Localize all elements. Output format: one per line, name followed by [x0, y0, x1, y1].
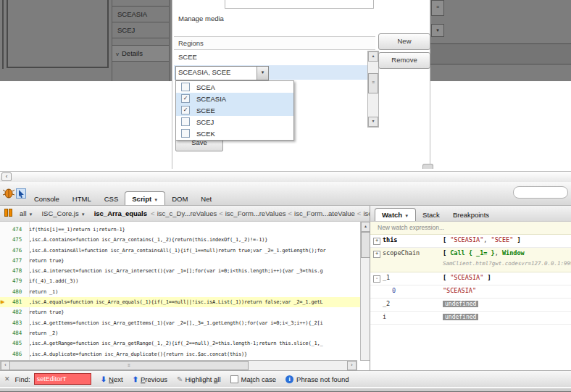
regions-option[interactable]: SCEJ: [176, 116, 293, 128]
firebug-search-input[interactable]: [513, 186, 568, 199]
code-line: 479if(_4)_1.add(_3)): [0, 276, 360, 286]
details-label: Details: [122, 49, 143, 57]
watch-value: [ "SCEASIA", "SCEE" ]: [443, 236, 521, 243]
line-number[interactable]: 475: [0, 235, 29, 245]
line-number[interactable]: 479: [0, 276, 29, 286]
tab-script[interactable]: Script▼: [125, 191, 165, 205]
new-watch-expression[interactable]: New watch expression...: [370, 222, 571, 235]
firebug-tab-bar: ConsoleHTMLCSSScript▼DOMNet: [28, 190, 218, 205]
regions-combobox[interactable]: SCEASIA, SCEE ▾: [175, 66, 269, 80]
firebug-logo-icon[interactable]: [3, 188, 14, 199]
tab-html[interactable]: HTML: [66, 192, 98, 205]
line-number[interactable]: 478: [0, 266, 29, 276]
line-number[interactable]: 486: [0, 349, 29, 359]
regions-option[interactable]: SCEA: [176, 81, 293, 93]
side-tab-watch[interactable]: Watch▼: [375, 208, 416, 221]
page-scrollbar-thumb[interactable]: ≡: [431, 0, 444, 16]
manage-media-dialog: Manage media Regions SCEE SCEASIA, SCEE …: [172, 0, 430, 169]
checkbox-icon[interactable]: [181, 83, 190, 91]
regions-option[interactable]: ✓SCEASIA: [176, 93, 293, 104]
script-filter-dropdown[interactable]: all▼: [20, 209, 33, 217]
scroll-right-icon[interactable]: ›: [347, 361, 357, 370]
current-function-crumb[interactable]: isc_Arra_equals: [94, 209, 147, 217]
dialog-top-field: [225, 0, 374, 9]
background-region-list: SCEASIASCEJvDetails: [112, 0, 170, 81]
line-number[interactable]: 477: [0, 256, 29, 266]
line-number[interactable]: 483: [0, 318, 29, 328]
crumb-separator: <: [151, 209, 155, 217]
find-input[interactable]: setEditorT: [34, 373, 91, 385]
list-item[interactable]: SCEASIA: [112, 7, 169, 22]
line-number[interactable]: 484: [0, 328, 29, 338]
checkbox-icon[interactable]: [181, 129, 190, 138]
code-text: if(this[i]==_1)return i;return-1}: [29, 227, 125, 233]
break-on-next-icon[interactable]: [4, 209, 13, 218]
status-strip: [0, 388, 571, 392]
checkbox-icon[interactable]: ✓: [181, 94, 190, 103]
stack-crumb[interactable]: isc_c_Dy...reValues: [157, 209, 217, 217]
collapse-icon[interactable]: -: [373, 275, 380, 283]
stack-crumb[interactable]: isc_Form...reValues: [225, 209, 286, 217]
stack-crumb[interactable]: isc_Form...ateValue: [294, 209, 355, 217]
code-line: 486,isc.A.duplicate=function isc_Arra_du…: [0, 349, 360, 359]
expand-icon[interactable]: +: [373, 238, 380, 245]
tab-css[interactable]: CSS: [98, 192, 125, 205]
dialog-title: Manage media: [178, 14, 224, 22]
value-part: Window: [502, 249, 525, 257]
value-part: ]: [513, 236, 520, 243]
expand-icon[interactable]: +: [373, 251, 380, 258]
code-text: ,isc.A.intersect=function isc_Arra_inter…: [29, 268, 322, 274]
back-icon[interactable]: ‹: [1, 172, 12, 181]
crumb-separator: <: [357, 209, 362, 217]
find-previous[interactable]: ⬆Previous: [133, 375, 167, 383]
regions-list-scrollbar[interactable]: ▴ ≡ ▾: [367, 51, 379, 128]
tab-net[interactable]: Net: [194, 192, 218, 205]
code-horizontal-scrollbar[interactable]: ‹ ≡ ›: [0, 360, 357, 371]
line-number[interactable]: 474: [0, 225, 29, 235]
tab-dom[interactable]: DOM: [165, 192, 194, 205]
stack-breadcrumbs: <isc_c_Dy...reValues<isc_Form...reValues…: [149, 209, 373, 217]
code-lines: 474if(this[i]==_1)return i;return-1}475,…: [0, 225, 360, 359]
option-label: SCEA: [196, 83, 215, 91]
line-number[interactable]: 485: [0, 338, 29, 349]
scroll-thumb[interactable]: ≡: [9, 361, 249, 370]
regions-option[interactable]: ✓SCEE: [176, 104, 293, 116]
line-number[interactable]: 482: [0, 307, 29, 317]
new-button[interactable]: New: [378, 33, 430, 50]
checkbox-icon[interactable]: [181, 117, 190, 126]
checkbox-icon[interactable]: ✓: [181, 106, 190, 114]
up-arrow-icon: ⬆: [133, 375, 138, 383]
find-next[interactable]: ⬇Next: [101, 375, 123, 383]
script-file-dropdown[interactable]: ISC_Core.js▼: [41, 209, 85, 217]
line-number[interactable]: 480: [0, 287, 29, 297]
line-number[interactable]: 476: [0, 246, 29, 256]
code-text: ,isc.A.containsAll=function isc_Arra_con…: [29, 248, 325, 254]
scroll-down-icon[interactable]: ▾: [368, 117, 378, 127]
find-control-label: Match case: [241, 375, 277, 383]
scroll-thumb[interactable]: ≡: [368, 73, 378, 93]
checkbox-icon[interactable]: [230, 375, 238, 383]
close-icon[interactable]: ✕: [4, 375, 10, 383]
page-divider-line: [2, 0, 4, 69]
details-header[interactable]: vDetails: [112, 45, 169, 62]
side-tab-stack[interactable]: Stack: [416, 209, 446, 221]
watch-name: 0: [392, 287, 396, 294]
remove-button[interactable]: Remove: [378, 52, 430, 69]
side-tab-breakpoints[interactable]: Breakpoints: [446, 209, 496, 221]
scroll-up-icon[interactable]: ▴: [368, 51, 378, 62]
value-part: [: [443, 274, 450, 281]
combobox-arrow-icon[interactable]: ▾: [257, 67, 268, 80]
value-part: "SCEASIA": [450, 236, 483, 243]
line-number[interactable]: 481: [0, 297, 29, 307]
find-highlight-all[interactable]: ✎Highlight all: [177, 375, 221, 383]
tab-console[interactable]: Console: [28, 192, 66, 205]
list-item[interactable]: SCEJ: [112, 22, 169, 38]
value-part: ,: [495, 249, 502, 257]
page-scrollbar-down-button[interactable]: ▾: [431, 24, 444, 37]
find-match-case[interactable]: Match case: [230, 375, 277, 383]
region-list-row[interactable]: SCEE: [174, 50, 375, 64]
value-part: undefined: [443, 314, 478, 320]
inspect-element-icon[interactable]: [16, 188, 26, 199]
list-item-partial[interactable]: [112, 0, 169, 7]
regions-option[interactable]: SCEK: [176, 128, 293, 139]
